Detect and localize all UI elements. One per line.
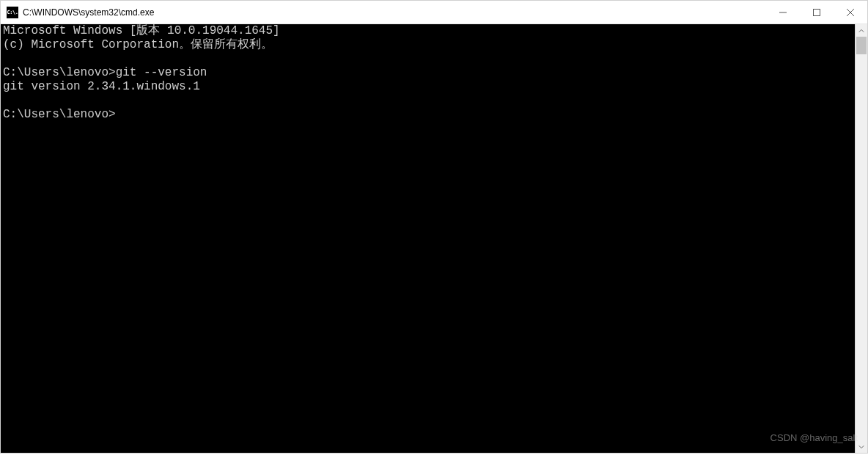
content-wrapper: Microsoft Windows [版本 10.0.19044.1645](c… [1, 24, 867, 453]
terminal-line: git version 2.34.1.windows.1 [3, 80, 853, 94]
terminal-line: (c) Microsoft Corporation。保留所有权利。 [3, 38, 853, 52]
scroll-thumb[interactable] [856, 37, 867, 54]
minimize-button[interactable] [766, 1, 800, 23]
app-icon: C:\. [7, 7, 18, 18]
maximize-button[interactable] [800, 1, 834, 23]
minimize-icon [779, 9, 787, 16]
svg-rect-1 [814, 9, 820, 15]
terminal-line [3, 52, 853, 66]
close-icon [847, 9, 854, 16]
chevron-down-icon [858, 444, 864, 450]
window-title: C:\WINDOWS\system32\cmd.exe [23, 7, 766, 18]
scroll-up-button[interactable] [856, 24, 867, 37]
terminal-output[interactable]: Microsoft Windows [版本 10.0.19044.1645](c… [1, 24, 855, 453]
window-controls [766, 1, 867, 23]
vertical-scrollbar[interactable] [855, 24, 867, 453]
app-icon-text: C:\. [7, 10, 18, 15]
maximize-icon [813, 9, 820, 16]
terminal-line: Microsoft Windows [版本 10.0.19044.1645] [3, 24, 853, 38]
chevron-up-icon [858, 28, 864, 34]
scroll-down-button[interactable] [856, 440, 867, 453]
terminal-line [3, 94, 853, 108]
cmd-window: C:\. C:\WINDOWS\system32\cmd.exe Microso… [0, 0, 868, 454]
titlebar[interactable]: C:\. C:\WINDOWS\system32\cmd.exe [1, 1, 867, 24]
terminal-line: C:\Users\lenovo> [3, 108, 853, 122]
scroll-track[interactable] [856, 37, 867, 440]
terminal-line: C:\Users\lenovo>git --version [3, 66, 853, 80]
close-button[interactable] [834, 1, 867, 23]
